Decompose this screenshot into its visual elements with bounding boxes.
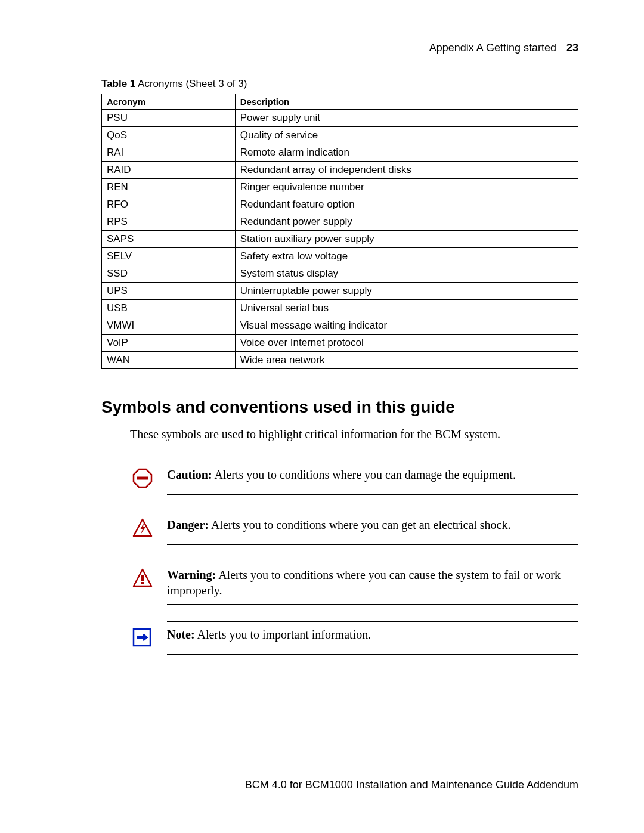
table-row: PSUPower supply unit <box>102 110 578 127</box>
callout-row: Danger: Alerts you to conditions where y… <box>130 512 578 544</box>
table-header-row: Acronym Description <box>102 94 578 110</box>
section-heading: Symbols and conventions used in this gui… <box>101 398 578 417</box>
cell-acronym: WAN <box>102 352 236 369</box>
callout-row: Note: Alerts you to important informatio… <box>130 622 578 654</box>
table-row: SSDSystem status display <box>102 265 578 283</box>
header-page-number: 23 <box>566 42 578 54</box>
callout-row: Caution: Alerts you to conditions where … <box>130 462 578 494</box>
th-acronym: Acronym <box>102 94 236 110</box>
cell-acronym: PSU <box>102 110 236 127</box>
callout-row: Warning: Alerts you to conditions where … <box>130 562 578 604</box>
cell-acronym: SSD <box>102 265 236 283</box>
divider <box>167 494 578 495</box>
table-row: USBUniversal serial bus <box>102 300 578 317</box>
table-row: WANWide area network <box>102 352 578 369</box>
cell-description: Safety extra low voltage <box>235 248 578 265</box>
callout-label: Warning: <box>167 568 216 581</box>
page-header: Appendix A Getting started 23 <box>101 42 578 54</box>
table-caption-rest: Acronyms (Sheet 3 of 3) <box>135 78 247 89</box>
cell-description: Redundant power supply <box>235 213 578 231</box>
table-caption-prefix: Table 1 <box>101 78 135 89</box>
table-row: SAPSStation auxiliary power supply <box>102 231 578 248</box>
callout-text: Warning: Alerts you to conditions where … <box>155 567 578 598</box>
callout-text: Danger: Alerts you to conditions where y… <box>155 517 578 532</box>
callout-body: Alerts you to important information. <box>195 628 371 641</box>
table-row: UPSUninterruptable power supply <box>102 283 578 300</box>
cell-acronym: USB <box>102 300 236 317</box>
callout-text: Caution: Alerts you to conditions where … <box>155 467 578 482</box>
danger-icon <box>130 517 155 538</box>
callout-label: Note: <box>167 628 195 641</box>
cell-description: Redundant feature option <box>235 196 578 213</box>
cell-acronym: UPS <box>102 283 236 300</box>
table-row: SELVSafety extra low voltage <box>102 248 578 265</box>
callout-label: Danger: <box>167 518 209 531</box>
callout: Warning: Alerts you to conditions where … <box>130 562 578 605</box>
callout-label: Caution: <box>167 468 212 481</box>
cell-description: Voice over Internet protocol <box>235 335 578 352</box>
cell-description: Wide area network <box>235 352 578 369</box>
table-row: RPSRedundant power supply <box>102 213 578 231</box>
cell-acronym: RAID <box>102 162 236 179</box>
cell-description: Visual message waiting indicator <box>235 317 578 335</box>
cell-description: Remote alarm indication <box>235 144 578 162</box>
cell-description: System status display <box>235 265 578 283</box>
callout: Note: Alerts you to important informatio… <box>130 621 578 655</box>
table-row: RFORedundant feature option <box>102 196 578 213</box>
cell-description: Universal serial bus <box>235 300 578 317</box>
acronyms-table: Acronym Description PSUPower supply unit… <box>101 94 578 369</box>
cell-acronym: VMWI <box>102 317 236 335</box>
note-icon <box>130 627 155 648</box>
callout-text: Note: Alerts you to important informatio… <box>155 627 578 642</box>
callout-body: Alerts you to conditions where you can g… <box>209 518 511 531</box>
cell-description: Power supply unit <box>235 110 578 127</box>
intro-paragraph: These symbols are used to highlight crit… <box>130 428 578 441</box>
divider <box>167 654 578 655</box>
callout: Caution: Alerts you to conditions where … <box>130 462 578 495</box>
cell-acronym: QoS <box>102 127 236 144</box>
warning-icon <box>130 567 155 589</box>
callout-body: Alerts you to conditions where you can d… <box>212 468 516 481</box>
cell-description: Uninterruptable power supply <box>235 283 578 300</box>
divider <box>167 604 578 605</box>
cell-acronym: RFO <box>102 196 236 213</box>
cell-acronym: RPS <box>102 213 236 231</box>
table-row: QoSQuality of service <box>102 127 578 144</box>
table-row: RENRinger equivalence number <box>102 179 578 196</box>
table-row: RAIDRedundant array of independent disks <box>102 162 578 179</box>
cell-acronym: REN <box>102 179 236 196</box>
callout-body: Alerts you to conditions where you can c… <box>167 568 561 597</box>
cell-description: Redundant array of independent disks <box>235 162 578 179</box>
cell-description: Ringer equivalence number <box>235 179 578 196</box>
header-section: Appendix A Getting started <box>429 42 556 54</box>
cell-acronym: VoIP <box>102 335 236 352</box>
table-row: VoIPVoice over Internet protocol <box>102 335 578 352</box>
cell-description: Quality of service <box>235 127 578 144</box>
cell-acronym: SELV <box>102 248 236 265</box>
table-row: VMWIVisual message waiting indicator <box>102 317 578 335</box>
table-row: RAIRemote alarm indication <box>102 144 578 162</box>
table-caption: Table 1 Acronyms (Sheet 3 of 3) <box>101 78 578 90</box>
callout: Danger: Alerts you to conditions where y… <box>130 512 578 545</box>
cell-description: Station auxiliary power supply <box>235 231 578 248</box>
divider <box>167 544 578 545</box>
cell-acronym: RAI <box>102 144 236 162</box>
cell-acronym: SAPS <box>102 231 236 248</box>
caution-icon <box>130 467 155 488</box>
page-footer: BCM 4.0 for BCM1000 Installation and Mai… <box>66 769 578 791</box>
th-description: Description <box>235 94 578 110</box>
